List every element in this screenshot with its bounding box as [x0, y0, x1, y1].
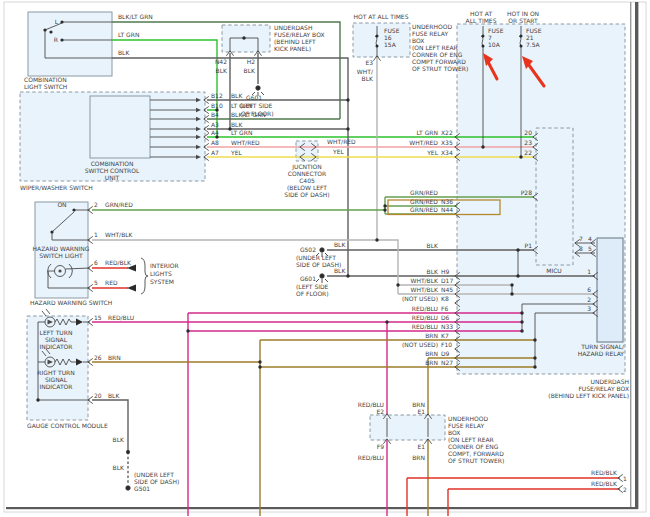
label-g501b: SIDE OF DASH)	[134, 478, 179, 485]
label-n42c: BLK	[216, 67, 228, 74]
label-k7: K7	[441, 332, 449, 339]
label-bb2: FUSE/RELAY BOX	[578, 385, 629, 392]
label-f21a: FUSE	[526, 27, 542, 34]
label-d17c: WHT/BLK	[410, 277, 439, 284]
label-x34c: YEL	[426, 149, 438, 156]
label-udtop4: KICK PANEL)	[274, 45, 311, 52]
label-f6c: RED/BLU	[412, 305, 438, 312]
turn-signal-hazard-relay-box	[597, 238, 623, 342]
label-pin-b12c: BLK	[231, 92, 243, 99]
label-bb1: UNDERDASH	[591, 378, 629, 385]
label-jc5: SIDE OF DASH)	[284, 191, 329, 198]
label-g501c: G501	[134, 485, 150, 492]
label-uhb6: COMPT, FORWARD	[448, 450, 504, 457]
label-x34: X34	[441, 149, 453, 156]
label-hot21a: HOT IN ON	[507, 10, 539, 17]
label-pin-a8: A8	[211, 139, 219, 146]
control-unit-inner-box	[90, 96, 150, 158]
label-uhb2: FUSE RELAY	[448, 422, 484, 429]
label-pin-b12: B12	[211, 92, 223, 99]
label-h9: H9	[441, 268, 450, 275]
label-rbk2: RED/BLK	[591, 480, 618, 487]
label-uh7: OF STRUT TOWER)	[412, 65, 468, 72]
label-p1c: BLK	[427, 242, 439, 249]
label-mr4: 4	[588, 235, 592, 242]
label-n44: N44	[441, 206, 453, 213]
label-hwl2: SWITCH LIGHT	[39, 252, 83, 259]
label-d6: D6	[441, 314, 450, 321]
label-g26: 26	[94, 354, 102, 361]
label-d9c: BRN	[425, 350, 438, 357]
label-p1: P1	[525, 242, 533, 249]
label-g15c: RED/BLU	[108, 314, 134, 321]
label-edge2: 2	[623, 486, 627, 493]
ground-g601-mid	[316, 274, 328, 283]
label-hz2c: GRN/RED	[105, 201, 133, 208]
label-hz2: 2	[94, 201, 98, 208]
label-g502: G502	[300, 246, 316, 253]
label-jc2: CONNECTOR	[288, 170, 326, 177]
label-f7a: FUSE	[488, 27, 504, 34]
label-x35: X35	[441, 139, 453, 146]
label-hot16: HOT AT ALL TIMES	[354, 13, 409, 20]
label-n33c: RED/BLU	[412, 323, 438, 330]
label-udtop1: UNDERDASH	[274, 24, 312, 31]
label-h9c: BLK	[427, 268, 439, 275]
label-n42: N42	[215, 58, 227, 65]
ground-g501	[126, 486, 130, 490]
label-cls-name2: LIGHT SWITCH	[24, 83, 67, 90]
label-g502blk: BLK	[334, 241, 346, 248]
label-g601t2: (LEFT SIDE	[240, 102, 273, 109]
label-h2c: BLK	[244, 67, 256, 74]
label-ltgrn-top: LT GRN	[118, 31, 139, 38]
label-edge1: 1	[623, 475, 627, 482]
label-p28: P28	[521, 189, 532, 196]
label-jc3: C405	[299, 177, 315, 184]
label-n27c: BRN	[425, 359, 438, 366]
wiring-diagram-canvas: BLK/LT GRNLT GRNBLKLRCOMBINATIONLIGHT SW…	[0, 0, 650, 517]
label-f7c: 10A	[488, 41, 501, 48]
label-e3: E3	[365, 59, 373, 66]
label-k8: K8	[441, 295, 449, 302]
label-uh1: UNDERHOOD	[412, 23, 452, 30]
label-mr7: 7	[579, 235, 583, 242]
label-f16b: 16	[384, 34, 392, 41]
label-rp2: 2	[587, 296, 591, 303]
label-k8c: (NOT USED)	[402, 295, 438, 302]
label-e1t: E1	[417, 408, 425, 415]
label-g20c: BLK	[108, 392, 120, 399]
underhood-fuse-box-bottom	[370, 415, 445, 440]
label-g502b: (UNDER LEFT	[296, 254, 336, 261]
label-pin-a4c: LT GRN	[231, 129, 252, 136]
label-hws: HAZARD WARNING SWITCH	[30, 299, 112, 306]
label-d9: D9	[441, 350, 450, 357]
label-g601t3: OF FLOOR)	[241, 110, 274, 117]
label-hot7b: ALL TIMES	[466, 17, 497, 24]
label-uh6: COMPT FORWARD	[412, 58, 466, 65]
label-rbk1: RED/BLK	[591, 469, 618, 476]
label-cls-name1: COMBINATION	[24, 76, 67, 83]
component-boxes	[20, 12, 625, 440]
label-relay1: TURN SIGNAL/	[580, 343, 625, 350]
label-p28c: GRN/RED	[410, 189, 438, 196]
label-pin-b10: B10	[211, 102, 223, 109]
label-pin-a7c: YEL	[230, 149, 242, 156]
label-il2: LIGHTS	[150, 270, 172, 277]
label-uh4: (ON LEFT REAR	[412, 44, 458, 51]
label-hz6: 6	[94, 259, 98, 266]
label-hz1c: WHT/BLK	[105, 231, 134, 238]
label-hz-on: ON	[57, 201, 66, 208]
label-m23: 23	[524, 139, 532, 146]
label-rp1: 1	[587, 268, 591, 275]
label-pin-b4: B4	[211, 111, 219, 118]
label-m20: 20	[524, 129, 532, 136]
label-f21c: 7.5A	[526, 41, 541, 48]
label-e3c2: BLK	[362, 75, 374, 82]
label-g601blk: BLK	[334, 267, 346, 274]
label-gcm: GAUGE CONTROL MODULE	[27, 422, 108, 429]
label-rp6: 6	[587, 286, 591, 293]
label-blkltgrn-top: BLK/LT GRN	[118, 13, 153, 20]
label-f10: F10	[441, 341, 452, 348]
label-x22: X22	[441, 129, 453, 136]
label-k7c: BRN	[425, 332, 438, 339]
